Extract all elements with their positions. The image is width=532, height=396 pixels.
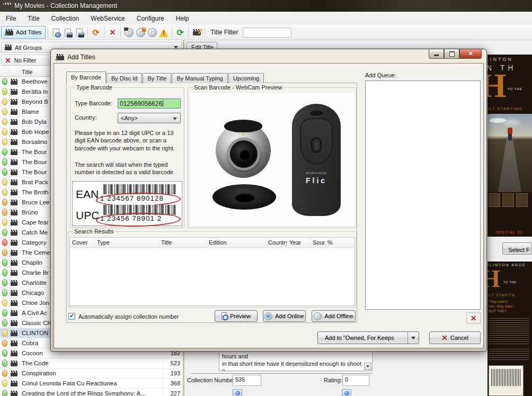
- menu-item[interactable]: Title: [22, 13, 45, 24]
- rating-input[interactable]: 0: [342, 375, 369, 386]
- movie-icon-cell: [10, 187, 19, 197]
- status-pill: [2, 88, 7, 95]
- status-cell: [0, 318, 10, 328]
- list-item[interactable]: Conul Leonida Fata Cu Reactiunea 368: [0, 379, 183, 389]
- scanner-name: Flic: [292, 176, 341, 185]
- group-legend: Scan Barcode - WebCam Preview: [192, 84, 284, 91]
- movie-icon-cell: [10, 157, 19, 167]
- movie-icon-cell: [10, 107, 19, 116]
- add-online-button[interactable]: Add Online: [263, 310, 306, 322]
- warning-icon-slot[interactable]: [158, 27, 169, 38]
- status-cell: [0, 368, 10, 378]
- remove-from-queue-button[interactable]: [466, 312, 481, 323]
- movie-icon-cell: [10, 308, 19, 318]
- column-header[interactable]: Type: [95, 238, 159, 247]
- collection-number-input[interactable]: 535: [233, 375, 261, 386]
- scanner-brand: MICROVISION: [292, 172, 341, 175]
- movie-icon: [11, 381, 17, 386]
- export-disc-page-icon[interactable]: [74, 27, 85, 38]
- list-item[interactable]: Conspiration 193: [0, 368, 183, 379]
- movie-icon-cell: [10, 338, 19, 348]
- status-cell: [0, 97, 10, 106]
- add-offline-button[interactable]: Add Offline: [312, 310, 356, 322]
- title-filter-input[interactable]: [243, 28, 291, 38]
- preview-button[interactable]: Preview: [215, 310, 258, 322]
- window-title: My Movies - Collection Management: [14, 2, 117, 10]
- movie-icon-cell: [10, 97, 19, 106]
- movie-icon: [11, 361, 17, 366]
- tab[interactable]: By Disc Id: [107, 73, 143, 83]
- maximize-button[interactable]: [444, 49, 459, 59]
- select-cover-button[interactable]: Select F: [502, 242, 532, 255]
- refresh-icon[interactable]: [175, 27, 185, 38]
- movie-icon-cell: [10, 167, 19, 177]
- scan-barcode-group: Scan Barcode - WebCam Preview MICROVISIO…: [188, 87, 357, 228]
- column-header[interactable]: Cover: [70, 238, 95, 247]
- add-to-collection-button[interactable]: Add to "Owned, For Keeps: [317, 331, 419, 344]
- toolbar-separator: [120, 27, 121, 38]
- column-header[interactable]: Title: [159, 238, 207, 247]
- menu-item[interactable]: File: [0, 13, 22, 24]
- close-button[interactable]: [459, 49, 482, 59]
- movie-icon: [11, 371, 17, 376]
- status-pill: [2, 380, 7, 387]
- add-queue-list[interactable]: [365, 80, 481, 310]
- movie-icon: [11, 320, 17, 326]
- disc-icon[interactable]: [147, 27, 157, 38]
- disc-person-icon[interactable]: [135, 27, 146, 38]
- search-results-list[interactable]: CoverTypeTitleEditionCountryYearSource%: [69, 237, 355, 306]
- status-cell: [0, 77, 10, 86]
- add-to-label: Add to "Owned, For Keeps: [325, 335, 394, 341]
- preview-label: Preview: [230, 313, 251, 319]
- group-legend: Type Barcode: [75, 84, 114, 91]
- status-pill: [2, 168, 7, 176]
- barcode-input[interactable]: 012569056626: [118, 98, 181, 109]
- disc-button-stub[interactable]: [233, 389, 242, 396]
- import-disc-page-icon[interactable]: [63, 27, 73, 38]
- minimize-button[interactable]: [429, 49, 444, 59]
- column-header[interactable]: %: [325, 238, 333, 247]
- list-item[interactable]: Creating the Lord of the Rings Symphony:…: [0, 389, 183, 396]
- review-line: in that short time have it desensitized …: [222, 361, 363, 372]
- movie-icon: [11, 230, 17, 236]
- tab[interactable]: By Title: [143, 73, 171, 83]
- cover-thumbnails: [489, 193, 528, 207]
- status-cell: [0, 278, 10, 287]
- auto-assign-checkbox[interactable]: [68, 313, 75, 320]
- cancel-button[interactable]: ✕ Cancel: [429, 331, 481, 344]
- disc-button-stub[interactable]: [342, 389, 351, 396]
- cover-barcode: [489, 365, 524, 396]
- column-header[interactable]: Edition: [207, 238, 266, 247]
- tab[interactable]: By Barcode: [66, 71, 106, 83]
- icon-column-header: [10, 67, 19, 76]
- movie-icon: [11, 79, 17, 85]
- barcode-label: Type Barcode:: [75, 100, 112, 106]
- menu-item[interactable]: Configure: [131, 13, 170, 24]
- tab[interactable]: By Manual Typing: [172, 73, 227, 83]
- tab[interactable]: Upcoming: [228, 73, 264, 83]
- menu-item[interactable]: Help: [170, 13, 195, 24]
- status-pill: [2, 259, 7, 266]
- movie-icon: [11, 89, 17, 95]
- column-header[interactable]: Year: [287, 238, 311, 247]
- delete-icon[interactable]: [107, 27, 118, 38]
- sync-icon[interactable]: [91, 27, 101, 38]
- country-select[interactable]: <Any>: [118, 113, 181, 123]
- menu-item[interactable]: Collection: [46, 13, 85, 24]
- cancel-icon: ✕: [441, 334, 448, 342]
- status-pill: [2, 279, 7, 286]
- export-page-icon[interactable]: [51, 27, 61, 38]
- status-cell: [0, 389, 10, 396]
- menu-item[interactable]: WebService: [85, 13, 130, 24]
- status-cell: [0, 288, 10, 298]
- movie-icon: [11, 179, 17, 185]
- disc-movie-icon[interactable]: [123, 27, 134, 38]
- edit-clapper-icon[interactable]: [191, 27, 202, 38]
- barcode-scanner-image: MICROVISION Flic: [292, 104, 341, 216]
- add-titles-button[interactable]: Add Titles: [1, 26, 46, 39]
- column-header[interactable]: Source: [311, 238, 325, 247]
- column-header[interactable]: Country: [266, 238, 287, 247]
- scroll-down-button[interactable]: [364, 363, 371, 370]
- list-item[interactable]: The Code 523: [0, 358, 183, 368]
- add-to-dropdown-arrow[interactable]: [407, 332, 419, 344]
